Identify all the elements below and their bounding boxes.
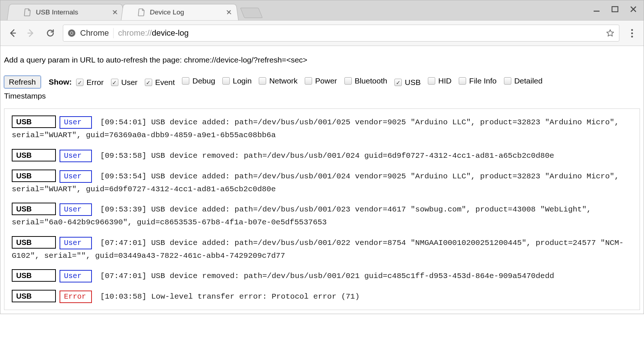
filter-checkbox-event[interactable]: ✓Event [145, 76, 175, 89]
log-entry: USBUser [09:53:39] USB device added: pat… [12, 203, 632, 229]
filter-checkbox-error[interactable]: ✓Error [76, 76, 104, 89]
log-entry: USBUser [07:47:01] USB device added: pat… [12, 236, 632, 262]
filter-checkbox-bluetooth[interactable]: Bluetooth [344, 75, 387, 87]
filter-label: Login [233, 75, 251, 87]
log-category-tag: USB [12, 203, 56, 215]
close-icon[interactable]: ✕ [225, 8, 232, 15]
tab-title: USB Internals [36, 8, 78, 16]
url-scheme-label: Chrome [80, 28, 109, 38]
controls-row: Refresh Show: ✓Error ✓User ✓Event Debug … [4, 75, 640, 102]
chrome-icon [68, 29, 76, 37]
close-icon[interactable]: ✕ [111, 8, 118, 15]
browser-window: USB Internals ✕ Device Log ✕ [0, 0, 644, 314]
page-content: Add a query param in URL to auto-refresh… [0, 46, 644, 314]
log-message: [10:03:58] Low-level transfer error: Pro… [96, 292, 359, 301]
log-entry: USBUser [07:47:01] USB device removed: p… [12, 269, 632, 282]
checkbox-icon: ✓ [145, 79, 152, 86]
auto-refresh-hint: Add a query param in URL to auto-refresh… [4, 54, 640, 66]
filter-checkbox-power[interactable]: Power [305, 75, 337, 87]
log-category-tag: USB [12, 269, 56, 282]
checkbox-icon [222, 77, 230, 85]
tab-strip: USB Internals ✕ Device Log ✕ [0, 0, 644, 20]
log-message: [07:47:01] USB device added: path=/dev/b… [12, 239, 624, 260]
checkbox-icon: ✓ [394, 79, 402, 86]
bookmark-star-icon[interactable] [606, 29, 615, 38]
log-entry: USBUser [09:54:01] USB device added: pat… [12, 115, 632, 142]
filter-label: File Info [469, 75, 497, 87]
checkbox-icon [259, 77, 266, 85]
log-level-tag: User [60, 237, 92, 249]
checkbox-icon [459, 77, 466, 85]
filter-checkbox-detailed[interactable]: Detailed [504, 75, 543, 87]
filter-label: Bluetooth [355, 75, 387, 87]
tab-usb-internals[interactable]: USB Internals ✕ [7, 4, 125, 20]
log-message: [07:47:01] USB device removed: path=/dev… [96, 272, 554, 280]
page-icon [138, 8, 145, 16]
svg-point-4 [71, 32, 73, 34]
minimize-icon[interactable] [593, 6, 600, 13]
filter-label: USB [405, 76, 421, 89]
checkbox-icon [504, 77, 511, 85]
filter-label: Error [86, 76, 104, 89]
svg-rect-1 [612, 7, 618, 12]
filter-label: Event [155, 76, 175, 89]
filter-checkbox-file-info[interactable]: File Info [459, 75, 497, 87]
log-message: [09:53:39] USB device added: path=/dev/b… [12, 205, 591, 227]
checkbox-icon: ✓ [111, 79, 118, 86]
log-category-tag: USB [12, 236, 56, 249]
log-level-tag: User [60, 150, 92, 162]
filter-label: Network [269, 75, 297, 87]
menu-button[interactable] [625, 29, 638, 38]
log-level-tag: User [60, 116, 92, 129]
log-entry: USBUser [09:53:58] USB device removed: p… [12, 149, 632, 162]
window-controls [593, 6, 637, 13]
checkbox-icon [182, 77, 189, 85]
url-host: chrome:// [118, 28, 152, 38]
log-entry: USBUser [09:53:54] USB device added: pat… [12, 170, 632, 196]
log-category-tag: USB [12, 115, 56, 128]
show-label: Show: [49, 78, 72, 86]
log-message: [09:54:01] USB device added: path=/dev/b… [12, 118, 619, 139]
filter-checkbox-network[interactable]: Network [259, 75, 297, 87]
reload-button[interactable] [44, 26, 57, 40]
filter-checkbox-user[interactable]: ✓User [111, 76, 137, 89]
close-window-icon[interactable] [630, 6, 637, 13]
log-level-tag: User [60, 170, 92, 183]
log-entry: USBError [10:03:58] Low-level transfer e… [12, 290, 632, 303]
filter-label: Power [315, 75, 337, 87]
log-level-tag: User [60, 270, 92, 282]
page-icon [24, 8, 31, 16]
tab-title: Device Log [150, 8, 184, 16]
svg-rect-0 [594, 11, 600, 12]
toolbar: Chrome chrome://device-log [0, 20, 644, 46]
checkbox-icon: ✓ [76, 79, 83, 86]
tab-device-log[interactable]: Device Log ✕ [121, 4, 239, 20]
filter-label: Debug [192, 75, 215, 87]
log-message: [09:53:54] USB device added: path=/dev/b… [12, 172, 619, 193]
log-level-tag: Error [60, 291, 92, 303]
filter-label: User [121, 76, 137, 89]
maximize-icon[interactable] [611, 6, 619, 13]
filter-checkbox-hid[interactable]: HID [428, 75, 451, 87]
filter-label: Detailed [514, 75, 543, 87]
log-level-tag: User [60, 203, 92, 216]
log-category-tag: USB [12, 149, 56, 161]
refresh-button[interactable]: Refresh [4, 76, 41, 88]
filter-checkbox-login[interactable]: Login [222, 75, 251, 87]
filter-label: HID [438, 75, 451, 87]
log-category-tag: USB [12, 170, 56, 182]
checkbox-icon [344, 77, 352, 85]
address-bar[interactable]: Chrome chrome://device-log [63, 25, 619, 42]
filter-checkbox-debug[interactable]: Debug [182, 75, 215, 87]
log-box: USBUser [09:54:01] USB device added: pat… [4, 108, 640, 310]
timestamps-label: Timestamps [4, 90, 640, 102]
new-tab-button[interactable] [240, 8, 262, 18]
checkbox-icon [305, 77, 312, 85]
forward-button[interactable] [25, 26, 38, 40]
divider [113, 28, 114, 38]
back-button[interactable] [6, 26, 19, 40]
url-text: chrome://device-log [118, 28, 189, 38]
checkbox-icon [428, 77, 435, 85]
filter-checkbox-usb[interactable]: ✓USB [394, 76, 421, 89]
log-category-tag: USB [12, 290, 56, 302]
